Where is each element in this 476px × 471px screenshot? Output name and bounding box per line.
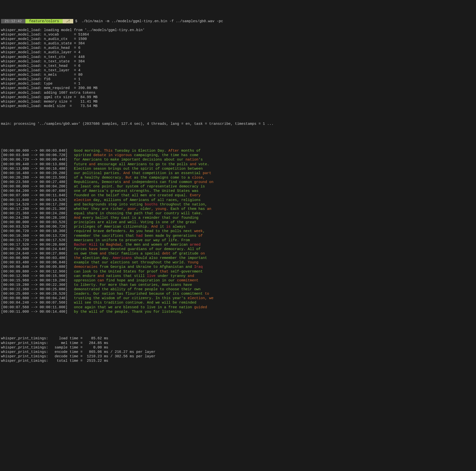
model-load-line: whisper_model_load: mem_required = 390.0… — [1, 86, 475, 90]
timestamp: [00:00:14.520 --> 00:00:17.280] — [1, 202, 74, 206]
model-load-log: whisper_model_load: loading model from '… — [1, 28, 475, 108]
model-load-line: whisper_model_load: n_audio_head = 6 — [1, 46, 475, 50]
token: Young — [188, 260, 199, 264]
token: find hope and inspiration in our — [106, 278, 177, 282]
token: debt — [162, 252, 173, 255]
token: whether they are richer — [74, 207, 123, 211]
model-load-line: whisper_model_load: n_audio_layer = 4 — [1, 50, 475, 54]
token: and — [98, 274, 106, 278]
transcript-line: [00:00:04.200 --> 00:00:07.680] one of A… — [1, 189, 475, 193]
token: armed — [190, 243, 201, 247]
timestamp: [00:00:04.200 --> 00:00:07.680] — [1, 189, 74, 193]
transcript-line: [00:00:23.560 --> 00:00:27.480] Republic… — [1, 180, 475, 184]
token: by the will of the people. Thank you for… — [74, 310, 183, 314]
token: that — [160, 270, 171, 273]
transcript-line: [00:00:00.000 --> 00:00:03.840] Good mor… — [1, 148, 475, 153]
transcript-line: [00:00:16.480 --> 00:00:20.280] our poli… — [1, 171, 475, 175]
token: commitment — [177, 278, 199, 282]
token: been devoted guardians of our democracy.… — [100, 247, 201, 251]
token: always — [173, 225, 185, 229]
timing-line: whisper_print_timings: mel time = 284.85… — [1, 341, 475, 345]
transcript-line: [00:00:06.720 --> 00:00:10.360] required… — [1, 229, 475, 233]
token: And — [74, 216, 83, 220]
token: . And — [147, 225, 160, 229]
token: campaigning, the time has come — [134, 153, 199, 157]
timestamp: [00:00:24.640 --> 00:00:27.800] — [1, 252, 74, 255]
timestamp: [00:00:06.720 --> 00:00:09.440] — [1, 158, 74, 162]
transcript-line: [00:00:09.440 --> 00:00:13.080] future a… — [1, 162, 475, 166]
timestamp: [00:00:03.480 --> 00:00:06.840] — [1, 260, 74, 264]
transcript-line: [00:00:10.360 --> 00:00:13.720] remember… — [1, 234, 475, 238]
transcript-line: [00:00:11.040 --> 00:00:14.520] election… — [1, 198, 475, 202]
model-load-line: whisper_model_load: model size = 73.54 M… — [1, 104, 475, 108]
main-processing-line: main: processing '../samples/gb0.wav' (2… — [1, 122, 475, 126]
transcript-line: [00:00:00.000 --> 00:00:04.200] at least… — [1, 184, 475, 189]
token: from Georgia and Ukraine to Afghanistan … — [100, 265, 194, 269]
timestamp: [00:00:24.280 --> 00:00:28.160] — [1, 216, 74, 220]
token: After — [168, 149, 181, 153]
token: , older — [136, 207, 151, 211]
token: Baghdad — [106, 243, 121, 247]
token: oppression — [74, 278, 98, 282]
model-load-line: whisper_model_load: n_text_state = 384 — [1, 59, 475, 64]
model-load-line: whisper_model_load: loading model from '… — [1, 28, 475, 32]
token: , poor — [123, 207, 136, 211]
timing-line: whisper_print_timings: total time = 2515… — [1, 359, 475, 363]
timestamp: [00:00:19.280 --> 00:00:22.360] — [1, 283, 74, 287]
transcript-line: [00:00:22.360 --> 00:00:25.080] demonstr… — [1, 287, 475, 291]
command-text: ./bin/main -m ../models/ggml-tiny.en.bin… — [79, 19, 223, 23]
token: Every — [190, 193, 201, 197]
timing-line: whisper_print_timings: encode time = 865… — [1, 350, 475, 354]
token: been made by generations — [145, 234, 199, 238]
transcript-line: [00:00:20.600 --> 00:00:24.640] forces h… — [1, 247, 475, 251]
token: election day. — [83, 256, 113, 260]
token: guided — [194, 305, 207, 309]
model-load-line: whisper_model_load: n_audio_state = 384 — [1, 41, 475, 46]
transcript-line: [00:00:03.480 --> 00:00:06.840] example … — [1, 260, 475, 265]
transcript-line: [00:00:04.240 --> 00:00:07.560] will see… — [1, 300, 475, 305]
token: and — [190, 162, 199, 166]
transcript-line: [00:00:03.840 --> 00:00:06.720] spirited… — [1, 153, 475, 157]
timing-line: whisper_print_timings: sample time = 0.0… — [1, 345, 475, 350]
prompt-time: 21:12:42 — [1, 19, 25, 23]
token: to — [205, 292, 209, 296]
timestamp: [00:00:07.680 --> 00:00:11.040] — [1, 193, 74, 197]
transcript-line: [00:00:03.520 --> 00:00:06.720] privileg… — [1, 224, 475, 229]
transcript-line: [00:00:11.000 --> 00:00:14.400] by the w… — [1, 309, 475, 314]
timestamp: [00:00:22.360 --> 00:00:25.080] — [1, 287, 74, 291]
token: should also remember the important — [134, 256, 207, 260]
timestamp: [00:00:12.960 --> 00:00:15.960] — [1, 274, 74, 278]
token: ground on — [194, 180, 213, 184]
timestamp: [00:00:20.280 --> 00:00:23.560] — [1, 176, 74, 180]
transcript-line: [00:00:24.640 --> 00:00:27.800] us owe t… — [1, 251, 475, 256]
token: of a healthy democracy. — [74, 176, 126, 180]
timestamp: [00:00:17.280 --> 00:00:21.360] — [1, 207, 74, 211]
timestamp: [00:00:11.000 --> 00:00:14.400] — [1, 310, 74, 314]
token: to — [100, 243, 106, 247]
token: democracies — [74, 265, 100, 269]
blank-line — [1, 113, 475, 117]
transcript-line: [00:00:24.280 --> 00:00:28.160] And ever… — [1, 216, 475, 220]
token: nation — [185, 158, 198, 162]
token: an — [207, 207, 211, 211]
token: and — [188, 274, 194, 278]
timestamp: [00:00:25.080 --> 00:00:28.520] — [1, 292, 74, 296]
token: every ballot they cast is a reminder tha… — [83, 216, 199, 220]
transcript-line: [00:00:06.720 --> 00:00:09.440] for Amer… — [1, 157, 475, 162]
token: Republicans, Democrats — [74, 180, 123, 184]
model-load-line: whisper_model_load: memory size = 11.41 … — [1, 99, 475, 104]
model-load-line: whisper_model_load: ggml ctx size = 84.9… — [1, 95, 475, 99]
token: future — [74, 162, 89, 166]
timestamp: [00:00:17.520 --> 00:00:20.600] — [1, 243, 74, 247]
token: remember the sacrifices that — [74, 234, 136, 238]
token: 's — [199, 158, 203, 162]
token: Americans in uniform to preserve our way… — [74, 238, 190, 242]
timestamp: [00:00:00.000 --> 00:00:03.480] — [1, 256, 74, 260]
model-load-line: whisper_model_load: n_text_ctx = 448 — [1, 55, 475, 59]
token: under tyranny — [158, 274, 188, 278]
token: But — [126, 176, 134, 180]
token: Election season brings out the spirit of… — [74, 167, 203, 171]
transcript-line: [00:00:09.880 --> 00:00:12.960] can look… — [1, 269, 475, 274]
token: vote. — [199, 162, 209, 166]
transcript-line: [00:00:06.840 --> 00:00:09.880] democrac… — [1, 265, 475, 269]
